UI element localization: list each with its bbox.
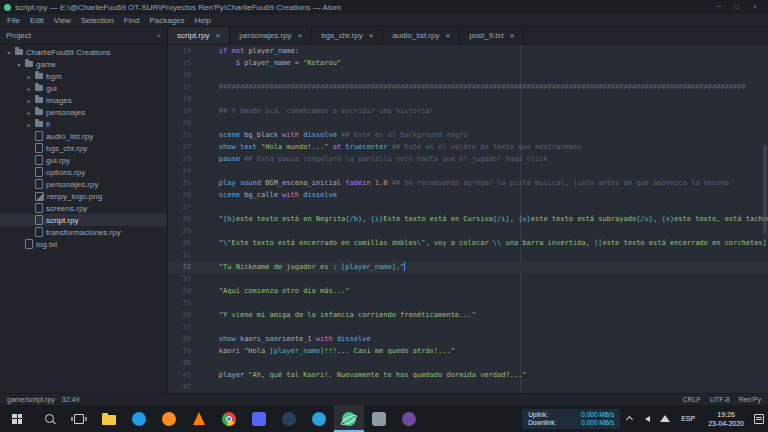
maximize-button[interactable]: □ xyxy=(728,0,746,14)
tab-personajes.rpy[interactable]: personajes.rpy× xyxy=(230,27,312,44)
tree-item-bgm[interactable]: ▸bgm xyxy=(0,70,167,82)
menu-packages[interactable]: Packages xyxy=(144,16,189,25)
line-number[interactable]: 38 xyxy=(168,333,198,345)
panel-close-icon[interactable]: × xyxy=(156,31,161,40)
line-number[interactable]: 15 xyxy=(168,57,198,69)
code-line[interactable]: 42 xyxy=(168,381,768,393)
code-line[interactable]: 34 "Aquí comienza otro día más..." xyxy=(168,285,768,297)
menu-view[interactable]: View xyxy=(49,16,76,25)
code-line[interactable]: 32 "Tu Nickname de jugador es : [player_… xyxy=(168,261,768,273)
line-number[interactable]: 30 xyxy=(168,237,198,249)
line-number[interactable]: 31 xyxy=(168,249,198,261)
line-number[interactable]: 17 xyxy=(168,81,198,93)
code-line[interactable]: 21 scene bg_black with dissolve ## Este … xyxy=(168,129,768,141)
status-utf-8[interactable]: UTF-8 xyxy=(710,396,730,403)
line-number[interactable]: 40 xyxy=(168,357,198,369)
code-line[interactable]: 24 xyxy=(168,165,768,177)
tree-item-screens.rpy[interactable]: screens.rpy xyxy=(0,202,167,214)
start-button[interactable] xyxy=(0,405,34,432)
line-number[interactable]: 18 xyxy=(168,93,198,105)
tab-bgs_chr.rpy[interactable]: bgs_chr.rpy× xyxy=(312,27,383,44)
line-number[interactable]: 20 xyxy=(168,117,198,129)
menu-help[interactable]: Help xyxy=(190,16,216,25)
tree-item-images[interactable]: ▸images xyxy=(0,94,167,106)
line-number[interactable]: 32 xyxy=(168,261,198,273)
code-line[interactable]: 14 if not player_name: xyxy=(168,45,768,57)
code-line[interactable]: 19 ## Y desde acá, comenzamos a escribir… xyxy=(168,105,768,117)
menu-file[interactable]: File xyxy=(2,16,25,25)
line-number[interactable]: 37 xyxy=(168,321,198,333)
language-indicator[interactable]: ESP xyxy=(674,415,702,422)
tree-item-game[interactable]: ▾game xyxy=(0,58,167,70)
line-number[interactable]: 23 xyxy=(168,153,198,165)
line-number[interactable]: 21 xyxy=(168,129,198,141)
tab-close-icon[interactable]: × xyxy=(369,31,374,40)
code-line[interactable]: 18 xyxy=(168,93,768,105)
taskbar-firefox-browser-button[interactable] xyxy=(154,405,184,432)
tree-item-audio_list.rpy[interactable]: audio_list.rpy xyxy=(0,130,167,142)
line-number[interactable]: 14 xyxy=(168,45,198,57)
status-cursor-position[interactable]: 32:49 xyxy=(62,396,80,403)
tray-expand-button[interactable] xyxy=(620,415,638,422)
line-number[interactable]: 26 xyxy=(168,189,198,201)
action-center-button[interactable] xyxy=(750,414,768,424)
line-number[interactable]: 42 xyxy=(168,381,198,393)
taskbar-discord-button[interactable] xyxy=(244,405,274,432)
line-number[interactable]: 25 xyxy=(168,177,198,189)
code-line[interactable]: 16 xyxy=(168,69,768,81)
tab-script.rpy[interactable]: script.rpy× xyxy=(168,27,230,44)
network-button[interactable] xyxy=(656,415,674,422)
taskbar-atom-editor-button[interactable] xyxy=(334,405,364,432)
line-number[interactable]: 28 xyxy=(168,213,198,225)
tab-close-icon[interactable]: × xyxy=(215,31,220,40)
code-line[interactable]: 38 show kaori_sonriente_1 with dissolve xyxy=(168,333,768,345)
tree-item-bgs_chr.rpy[interactable]: bgs_chr.rpy xyxy=(0,142,167,154)
taskbar-game-launcher-button[interactable] xyxy=(394,405,424,432)
code-line[interactable]: 41 player "Ah, qué tal Kaori!. Nuevament… xyxy=(168,369,768,381)
minimize-button[interactable]: ─ xyxy=(710,0,728,14)
tree-item-options.rpy[interactable]: options.rpy xyxy=(0,166,167,178)
editor[interactable]: 14 if not player_name:15 $ player_name =… xyxy=(168,45,768,393)
code-line[interactable]: 39 kaori "Hola [player_name]!!!... Casi … xyxy=(168,345,768,357)
code-line[interactable]: 26 scene bg_calle with dissolve xyxy=(168,189,768,201)
code-line[interactable]: 35 xyxy=(168,297,768,309)
taskbar-chrome-browser-button[interactable] xyxy=(214,405,244,432)
tab-audio_list.rpy[interactable]: audio_list.rpy× xyxy=(383,27,460,44)
close-button[interactable]: × xyxy=(746,0,764,14)
taskbar-steam-button[interactable] xyxy=(274,405,304,432)
tree-item-personajes.rpy[interactable]: personajes.rpy xyxy=(0,178,167,190)
tree-item-CharlieFuu69 Creations[interactable]: ▾CharlieFuu69 Creations xyxy=(0,46,167,58)
code-line[interactable]: 37 xyxy=(168,321,768,333)
code-line[interactable]: 36 "Y viene mi amiga de la infancia corr… xyxy=(168,309,768,321)
tab-post_9.txt[interactable]: post_9.txt× xyxy=(460,27,524,44)
line-number[interactable]: 33 xyxy=(168,273,198,285)
taskbar-vlc-player-button[interactable] xyxy=(184,405,214,432)
line-number[interactable]: 34 xyxy=(168,285,198,297)
line-number[interactable]: 41 xyxy=(168,369,198,381)
line-number[interactable]: 22 xyxy=(168,141,198,153)
volume-button[interactable] xyxy=(638,416,656,422)
menu-find[interactable]: Find xyxy=(119,16,145,25)
code-lines[interactable]: 14 if not player_name:15 $ player_name =… xyxy=(168,45,768,393)
code-line[interactable]: 28 "{b}este texto está en Negrita{/b}, {… xyxy=(168,213,768,225)
line-number[interactable]: 19 xyxy=(168,105,198,117)
status-crlf[interactable]: CRLF xyxy=(683,396,701,403)
code-line[interactable]: 23 pause ## Esta pausa congelará la pant… xyxy=(168,153,768,165)
code-line[interactable]: 17 #####################################… xyxy=(168,81,768,93)
taskbar-text-editor-button[interactable] xyxy=(364,405,394,432)
search-button[interactable] xyxy=(34,405,64,432)
line-number[interactable]: 35 xyxy=(168,297,198,309)
tab-close-icon[interactable]: × xyxy=(445,31,450,40)
tree-item-gui.rpy[interactable]: gui.rpy xyxy=(0,154,167,166)
tab-close-icon[interactable]: × xyxy=(510,31,515,40)
line-number[interactable]: 39 xyxy=(168,345,198,357)
code-line[interactable]: 25 play sound BGM_escena_inicial fadein … xyxy=(168,177,768,189)
tree-item-script.rpy[interactable]: script.rpy xyxy=(0,214,167,226)
tree-item-gui[interactable]: ▸gui xyxy=(0,82,167,94)
code-line[interactable]: 15 $ player_name = "Kotarou" xyxy=(168,57,768,69)
tree-item-transformaciones.rpy[interactable]: transformaciones.rpy xyxy=(0,226,167,238)
taskbar-file-explorer-button[interactable] xyxy=(94,405,124,432)
menu-selection[interactable]: Selection xyxy=(76,16,119,25)
task-view-button[interactable] xyxy=(64,405,94,432)
line-number[interactable]: 16 xyxy=(168,69,198,81)
